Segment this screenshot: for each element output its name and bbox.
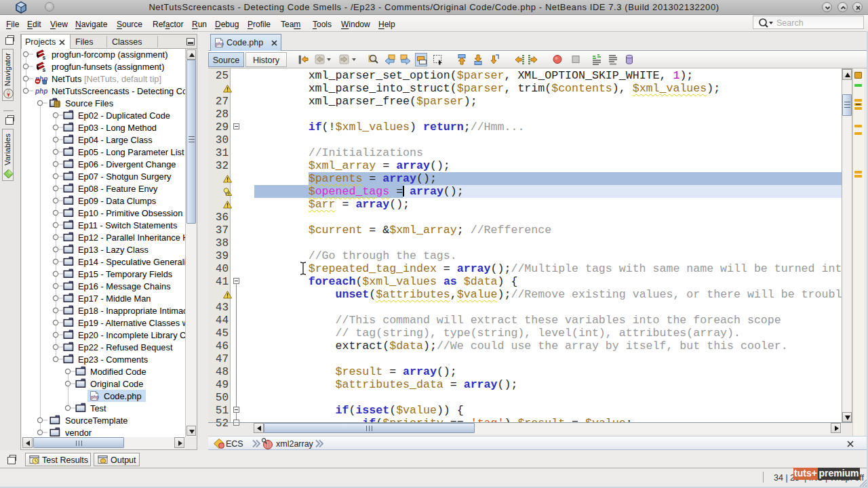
svg-text:php: php: [35, 87, 47, 95]
svg-text:php: php: [216, 41, 224, 47]
svg-text:php: php: [91, 394, 99, 400]
svg-text:s: s: [43, 66, 46, 72]
svg-text:s: s: [43, 54, 46, 60]
